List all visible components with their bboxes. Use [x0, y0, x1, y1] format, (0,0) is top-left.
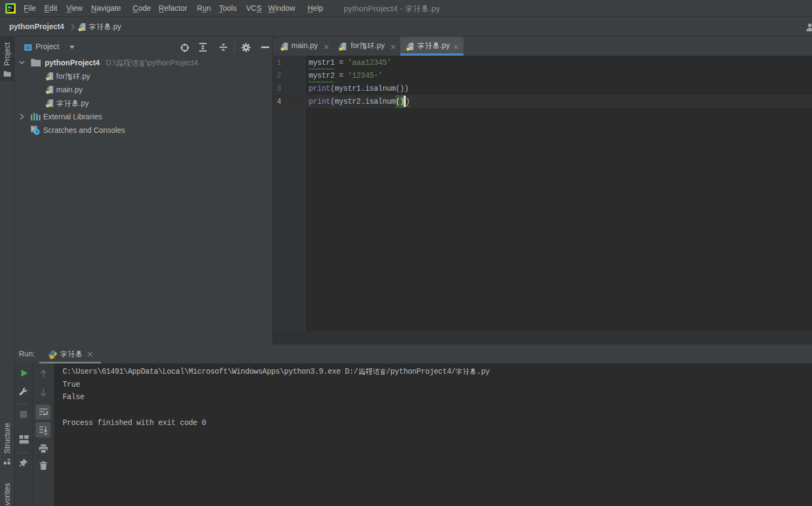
- svg-text:PC: PC: [8, 5, 12, 9]
